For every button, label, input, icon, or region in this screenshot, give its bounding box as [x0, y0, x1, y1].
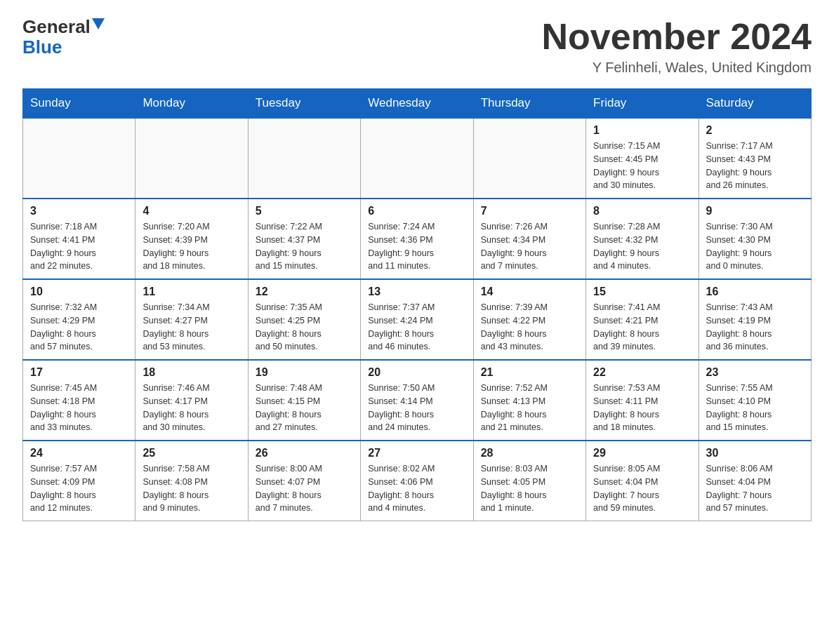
day-info: Sunrise: 7:26 AM Sunset: 4:34 PM Dayligh… [481, 220, 578, 273]
page-header: General Blue November 2024 Y Felinheli, … [22, 17, 812, 76]
day-number: 23 [706, 366, 804, 379]
calendar-cell: 7Sunrise: 7:26 AM Sunset: 4:34 PM Daylig… [473, 199, 585, 279]
day-number: 5 [256, 205, 353, 217]
calendar-cell [473, 118, 585, 199]
day-number: 12 [256, 286, 353, 298]
day-info: Sunrise: 7:37 AM Sunset: 4:24 PM Dayligh… [368, 301, 465, 354]
day-info: Sunrise: 7:32 AM Sunset: 4:29 PM Dayligh… [30, 301, 128, 354]
day-info: Sunrise: 7:28 AM Sunset: 4:32 PM Dayligh… [593, 220, 691, 273]
calendar-cell: 8Sunrise: 7:28 AM Sunset: 4:32 PM Daylig… [586, 199, 699, 279]
calendar-cell: 22Sunrise: 7:53 AM Sunset: 4:11 PM Dayli… [586, 360, 699, 441]
calendar-cell: 2Sunrise: 7:17 AM Sunset: 4:43 PM Daylig… [699, 118, 811, 199]
day-info: Sunrise: 7:20 AM Sunset: 4:39 PM Dayligh… [143, 220, 240, 273]
calendar-cell: 15Sunrise: 7:41 AM Sunset: 4:21 PM Dayli… [586, 279, 699, 360]
calendar-week-row: 24Sunrise: 7:57 AM Sunset: 4:09 PM Dayli… [23, 441, 812, 521]
day-info: Sunrise: 7:35 AM Sunset: 4:25 PM Dayligh… [256, 301, 353, 354]
day-info: Sunrise: 7:45 AM Sunset: 4:18 PM Dayligh… [30, 382, 128, 434]
day-info: Sunrise: 7:46 AM Sunset: 4:17 PM Dayligh… [143, 382, 240, 434]
day-info: Sunrise: 7:52 AM Sunset: 4:13 PM Dayligh… [481, 382, 578, 434]
day-info: Sunrise: 7:15 AM Sunset: 4:45 PM Dayligh… [593, 140, 691, 192]
day-number: 1 [593, 124, 691, 137]
calendar-week-row: 1Sunrise: 7:15 AM Sunset: 4:45 PM Daylig… [23, 118, 812, 199]
day-info: Sunrise: 7:24 AM Sunset: 4:36 PM Dayligh… [368, 220, 465, 273]
calendar-cell: 4Sunrise: 7:20 AM Sunset: 4:39 PM Daylig… [135, 199, 248, 279]
calendar-cell [361, 118, 473, 199]
logo-general: General [22, 17, 91, 37]
day-number: 18 [143, 366, 240, 379]
day-info: Sunrise: 7:55 AM Sunset: 4:10 PM Dayligh… [706, 382, 804, 434]
day-number: 28 [481, 447, 578, 459]
day-info: Sunrise: 8:03 AM Sunset: 4:05 PM Dayligh… [481, 462, 578, 515]
day-number: 25 [143, 447, 240, 459]
day-info: Sunrise: 7:57 AM Sunset: 4:09 PM Dayligh… [30, 462, 128, 515]
month-title: November 2024 [542, 17, 812, 57]
calendar-cell: 28Sunrise: 8:03 AM Sunset: 4:05 PM Dayli… [473, 441, 585, 521]
calendar-table: SundayMondayTuesdayWednesdayThursdayFrid… [22, 88, 812, 521]
day-number: 17 [30, 366, 128, 379]
day-number: 26 [256, 447, 353, 459]
logo-blue: Blue [22, 37, 62, 58]
day-number: 3 [30, 205, 128, 217]
calendar-cell: 1Sunrise: 7:15 AM Sunset: 4:45 PM Daylig… [586, 118, 699, 199]
day-number: 13 [368, 286, 465, 298]
calendar-week-row: 10Sunrise: 7:32 AM Sunset: 4:29 PM Dayli… [23, 279, 812, 360]
day-info: Sunrise: 7:43 AM Sunset: 4:19 PM Dayligh… [706, 301, 804, 354]
calendar-cell [135, 118, 248, 199]
day-number: 11 [143, 286, 240, 298]
weekday-header-thursday: Thursday [473, 89, 585, 119]
day-number: 9 [706, 205, 804, 217]
day-info: Sunrise: 8:00 AM Sunset: 4:07 PM Dayligh… [256, 462, 353, 515]
weekday-header-sunday: Sunday [23, 89, 135, 119]
day-number: 2 [706, 124, 804, 137]
weekday-header-saturday: Saturday [699, 89, 811, 119]
day-info: Sunrise: 7:50 AM Sunset: 4:14 PM Dayligh… [368, 382, 465, 434]
day-number: 14 [481, 286, 578, 298]
calendar-cell: 12Sunrise: 7:35 AM Sunset: 4:25 PM Dayli… [248, 279, 360, 360]
calendar-cell: 18Sunrise: 7:46 AM Sunset: 4:17 PM Dayli… [135, 360, 248, 441]
calendar-cell: 21Sunrise: 7:52 AM Sunset: 4:13 PM Dayli… [473, 360, 585, 441]
day-number: 19 [256, 366, 353, 379]
day-number: 29 [593, 447, 691, 459]
day-info: Sunrise: 7:39 AM Sunset: 4:22 PM Dayligh… [481, 301, 578, 354]
calendar-cell: 17Sunrise: 7:45 AM Sunset: 4:18 PM Dayli… [23, 360, 135, 441]
day-number: 7 [481, 205, 578, 217]
day-number: 20 [368, 366, 465, 379]
day-info: Sunrise: 7:58 AM Sunset: 4:08 PM Dayligh… [143, 462, 240, 515]
day-number: 6 [368, 205, 465, 217]
calendar-cell: 25Sunrise: 7:58 AM Sunset: 4:08 PM Dayli… [135, 441, 248, 521]
day-info: Sunrise: 8:05 AM Sunset: 4:04 PM Dayligh… [593, 462, 691, 515]
calendar-week-row: 17Sunrise: 7:45 AM Sunset: 4:18 PM Dayli… [23, 360, 812, 441]
day-info: Sunrise: 7:53 AM Sunset: 4:11 PM Dayligh… [593, 382, 691, 434]
day-info: Sunrise: 8:06 AM Sunset: 4:04 PM Dayligh… [706, 462, 804, 515]
calendar-cell: 14Sunrise: 7:39 AM Sunset: 4:22 PM Dayli… [473, 279, 585, 360]
calendar-cell [248, 118, 360, 199]
day-number: 15 [593, 286, 691, 298]
day-number: 27 [368, 447, 465, 459]
weekday-header-row: SundayMondayTuesdayWednesdayThursdayFrid… [23, 89, 812, 119]
day-info: Sunrise: 8:02 AM Sunset: 4:06 PM Dayligh… [368, 462, 465, 515]
day-info: Sunrise: 7:48 AM Sunset: 4:15 PM Dayligh… [256, 382, 353, 434]
day-number: 4 [143, 205, 240, 217]
day-number: 30 [706, 447, 804, 459]
location-title: Y Felinheli, Wales, United Kingdom [542, 60, 812, 76]
calendar-cell: 29Sunrise: 8:05 AM Sunset: 4:04 PM Dayli… [586, 441, 699, 521]
calendar-cell: 6Sunrise: 7:24 AM Sunset: 4:36 PM Daylig… [361, 199, 473, 279]
calendar-cell: 13Sunrise: 7:37 AM Sunset: 4:24 PM Dayli… [361, 279, 473, 360]
calendar-cell: 10Sunrise: 7:32 AM Sunset: 4:29 PM Dayli… [23, 279, 135, 360]
calendar-week-row: 3Sunrise: 7:18 AM Sunset: 4:41 PM Daylig… [23, 199, 812, 279]
calendar-cell: 20Sunrise: 7:50 AM Sunset: 4:14 PM Dayli… [361, 360, 473, 441]
day-info: Sunrise: 7:41 AM Sunset: 4:21 PM Dayligh… [593, 301, 691, 354]
calendar-cell: 27Sunrise: 8:02 AM Sunset: 4:06 PM Dayli… [361, 441, 473, 521]
day-number: 8 [593, 205, 691, 217]
calendar-cell: 9Sunrise: 7:30 AM Sunset: 4:30 PM Daylig… [699, 199, 811, 279]
day-info: Sunrise: 7:34 AM Sunset: 4:27 PM Dayligh… [143, 301, 240, 354]
weekday-header-wednesday: Wednesday [361, 89, 473, 119]
calendar-cell: 23Sunrise: 7:55 AM Sunset: 4:10 PM Dayli… [699, 360, 811, 441]
calendar-cell: 19Sunrise: 7:48 AM Sunset: 4:15 PM Dayli… [248, 360, 360, 441]
calendar-cell: 3Sunrise: 7:18 AM Sunset: 4:41 PM Daylig… [23, 199, 135, 279]
day-info: Sunrise: 7:30 AM Sunset: 4:30 PM Dayligh… [706, 220, 804, 273]
title-block: November 2024 Y Felinheli, Wales, United… [542, 17, 812, 76]
calendar-cell: 16Sunrise: 7:43 AM Sunset: 4:19 PM Dayli… [699, 279, 811, 360]
logo: General Blue [22, 17, 105, 57]
day-number: 21 [481, 366, 578, 379]
